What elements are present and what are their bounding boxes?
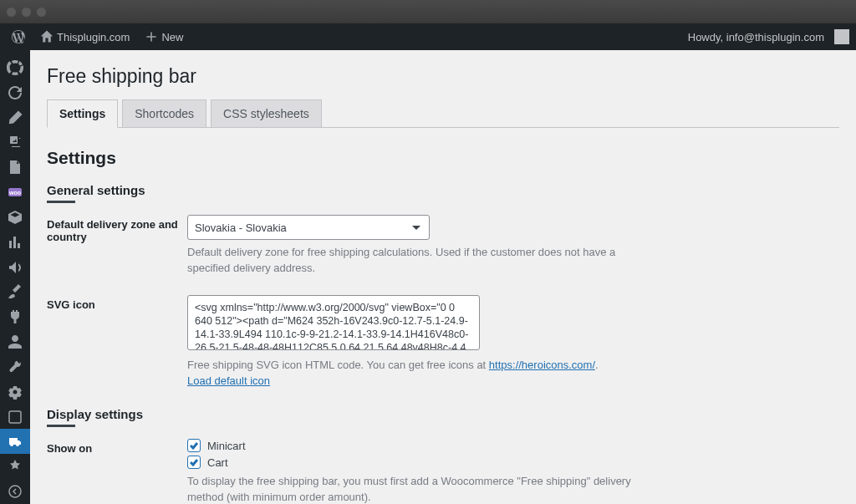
sidebar-item-users[interactable] <box>0 329 30 354</box>
group-title-general: General settings <box>47 183 839 197</box>
svg-icon-description: Free shipping SVG icon HTML code. You ca… <box>187 358 655 389</box>
page-title: Free shipping bar <box>47 65 839 88</box>
tabs: Settings Shortcodes CSS stylesheets <box>47 99 839 128</box>
svg-icon-label: SVG icon <box>47 295 187 389</box>
site-name-link[interactable]: Thisplugin.com <box>35 30 135 43</box>
svg-icon-textarea[interactable] <box>187 295 480 350</box>
traffic-light-zoom[interactable] <box>37 8 46 17</box>
sidebar-item-generic-1[interactable] <box>0 405 30 430</box>
sidebar-item-settings-gear[interactable] <box>0 379 30 405</box>
sidebar-item-marketing[interactable] <box>0 255 30 280</box>
show-on-description: To display the free shipping bar, you mu… <box>187 474 655 504</box>
sidebar-item-media[interactable] <box>0 130 30 155</box>
window-titlebar <box>0 0 856 23</box>
check-icon <box>189 457 199 467</box>
minicart-label: Minicart <box>207 440 246 452</box>
sidebar-item-posts[interactable] <box>0 105 30 130</box>
admin-sidebar: woo <box>0 50 30 504</box>
underline <box>47 425 75 427</box>
tab-shortcodes[interactable]: Shortcodes <box>122 99 206 127</box>
heroicons-link[interactable]: https://heroicons.com/ <box>489 359 595 371</box>
underline <box>47 201 75 203</box>
new-content-link[interactable]: New <box>140 30 188 43</box>
default-zone-description: Default delivery zone for free shipping … <box>187 245 655 277</box>
site-name: Thisplugin.com <box>57 31 130 43</box>
wp-logo-menu[interactable] <box>7 30 30 43</box>
admin-bar: Thisplugin.com New Howdy, info@thisplugi… <box>0 23 856 50</box>
default-zone-select[interactable]: Slovakia - Slovakia <box>187 215 430 240</box>
svg-rect-2 <box>9 411 21 423</box>
cart-checkbox[interactable] <box>187 456 201 469</box>
plus-icon <box>145 30 158 43</box>
sidebar-item-free-shipping-bar[interactable] <box>0 429 30 454</box>
sidebar-item-plugins[interactable] <box>0 304 30 329</box>
load-default-icon-link[interactable]: Load default icon <box>187 374 270 387</box>
group-title-display: Display settings <box>47 407 839 421</box>
cart-label: Cart <box>207 456 228 469</box>
svg-text:woo: woo <box>8 190 21 196</box>
howdy-link[interactable]: Howdy, info@thisplugin.com <box>683 31 829 43</box>
sidebar-item-dashboard[interactable] <box>0 55 30 80</box>
default-zone-value: Slovakia - Slovakia <box>195 221 287 234</box>
traffic-light-minimize[interactable] <box>22 8 31 17</box>
sidebar-item-analytics[interactable] <box>0 230 30 255</box>
sidebar-item-updates[interactable] <box>0 80 30 105</box>
svg-point-3 <box>9 486 21 497</box>
sidebar-item-collapse[interactable] <box>0 479 30 504</box>
new-label: New <box>161 31 183 43</box>
sidebar-item-products[interactable] <box>0 205 30 230</box>
avatar[interactable] <box>834 29 849 44</box>
minicart-checkbox[interactable] <box>187 439 201 452</box>
sidebar-item-woocommerce[interactable]: woo <box>0 180 30 205</box>
main-content: Free shipping bar Settings Shortcodes CS… <box>30 50 856 504</box>
sidebar-item-tools[interactable] <box>0 354 30 379</box>
traffic-light-close[interactable] <box>7 8 16 17</box>
show-on-label: Show on <box>47 439 187 504</box>
check-icon <box>189 440 199 451</box>
sidebar-item-appearance[interactable] <box>0 279 30 304</box>
sidebar-item-generic-2[interactable] <box>0 454 30 479</box>
section-title: Settings <box>47 148 839 168</box>
home-icon <box>40 30 54 43</box>
wordpress-icon <box>12 30 25 43</box>
tab-settings[interactable]: Settings <box>47 99 118 128</box>
sidebar-item-pages[interactable] <box>0 155 30 180</box>
howdy-text: Howdy, info@thisplugin.com <box>688 31 824 43</box>
tab-css-stylesheets[interactable]: CSS stylesheets <box>211 99 322 127</box>
default-zone-label: Default delivery zone and country <box>47 215 187 277</box>
